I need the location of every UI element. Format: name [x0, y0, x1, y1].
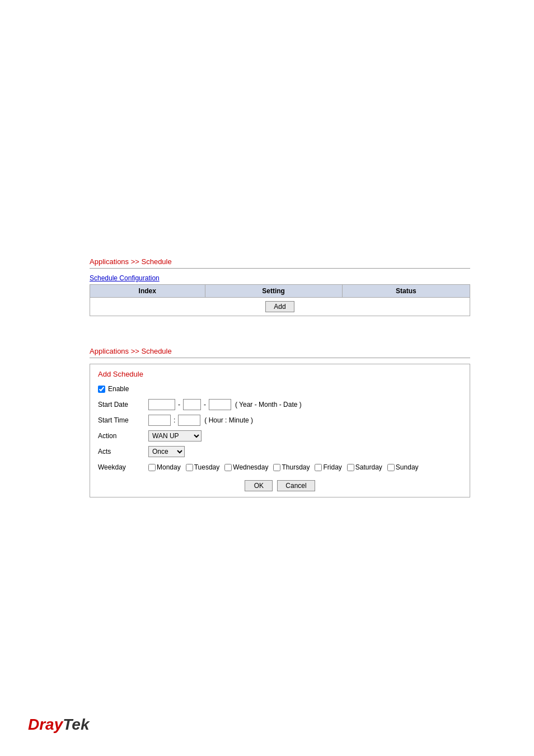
sunday-label: Sunday	[387, 463, 419, 471]
logo-text: DrayTek	[28, 716, 89, 733]
saturday-checkbox[interactable]	[347, 464, 354, 471]
saturday-text: Saturday	[355, 463, 382, 471]
start-date-hint: ( Year - Month - Date )	[235, 401, 302, 408]
wednesday-checkbox[interactable]	[224, 464, 232, 471]
start-time-row: Start Time : ( Hour : Minute )	[98, 414, 462, 426]
action-label: Action	[98, 432, 148, 440]
start-time-content: : ( Hour : Minute )	[148, 415, 253, 426]
start-date-label: Start Date	[98, 401, 148, 408]
acts-label: Acts	[98, 448, 148, 456]
saturday-label: Saturday	[347, 463, 382, 471]
form-buttons: OK Cancel	[98, 480, 462, 491]
date-sep2: -	[204, 401, 206, 408]
add-schedule-box: Add Schedule Enable Start Date - - ( Yea…	[90, 364, 470, 497]
wednesday-text: Wednesday	[233, 463, 268, 471]
ok-button[interactable]: OK	[245, 480, 273, 491]
date-sep1: -	[178, 401, 180, 408]
section1-sub-title: Schedule Configuration	[90, 274, 470, 282]
start-date-content: - - ( Year - Month - Date )	[148, 399, 302, 410]
start-time-hint: ( Hour : Minute )	[204, 416, 253, 424]
tuesday-text: Tuesday	[194, 463, 220, 471]
year-input[interactable]	[148, 399, 175, 410]
weekday-label: Weekday	[98, 463, 148, 471]
section1-title: Applications >> Schedule	[90, 257, 470, 266]
start-date-row: Start Date - - ( Year - Month - Date )	[98, 398, 462, 411]
section-add-schedule: Applications >> Schedule Add Schedule En…	[90, 347, 470, 497]
enable-row: Enable	[98, 383, 462, 395]
sunday-checkbox[interactable]	[387, 464, 395, 471]
monday-checkbox[interactable]	[148, 464, 156, 471]
cancel-button[interactable]: Cancel	[277, 480, 315, 491]
monday-label: Monday	[148, 463, 181, 471]
thursday-checkbox[interactable]	[273, 464, 280, 471]
month-input[interactable]	[183, 399, 201, 410]
wednesday-label: Wednesday	[224, 463, 268, 471]
thursday-text: Thursday	[282, 463, 310, 471]
friday-label: Friday	[315, 463, 341, 471]
col-status: Status	[342, 285, 470, 298]
acts-select[interactable]: Once Repeat	[148, 446, 185, 457]
thursday-label: Thursday	[273, 463, 310, 471]
hour-input[interactable]	[148, 415, 171, 426]
schedule-config-table: Index Setting Status Add	[90, 284, 470, 316]
action-content: WAN UP WAN DOWN	[148, 430, 202, 442]
draytek-logo: DrayTek	[28, 716, 89, 734]
action-select[interactable]: WAN UP WAN DOWN	[148, 430, 202, 442]
tuesday-checkbox[interactable]	[186, 464, 193, 471]
add-schedule-button[interactable]: Add	[265, 301, 294, 312]
friday-checkbox[interactable]	[315, 464, 322, 471]
section2-title: Applications >> Schedule	[90, 347, 470, 355]
action-row: Action WAN UP WAN DOWN	[98, 430, 462, 442]
section-schedule-config: Applications >> Schedule Schedule Config…	[90, 257, 470, 316]
weekday-content: Monday Tuesday Wednesday Thursday	[148, 463, 422, 471]
section2-divider	[90, 358, 470, 358]
tuesday-label: Tuesday	[186, 463, 220, 471]
start-time-label: Start Time	[98, 416, 148, 424]
acts-content: Once Repeat	[148, 446, 185, 457]
add-button-cell: Add	[90, 298, 470, 316]
minute-input[interactable]	[178, 415, 200, 426]
monday-text: Monday	[157, 463, 181, 471]
col-setting: Setting	[205, 285, 342, 298]
weekday-row: Weekday Monday Tuesday Wednesday	[98, 461, 462, 473]
logo-dray: Dray	[28, 716, 63, 733]
sunday-text: Sunday	[396, 463, 419, 471]
acts-row: Acts Once Repeat	[98, 445, 462, 458]
date-input[interactable]	[209, 399, 231, 410]
form-title: Add Schedule	[98, 370, 462, 378]
section1-divider	[90, 268, 470, 269]
time-sep: :	[174, 416, 175, 424]
friday-text: Friday	[323, 463, 341, 471]
enable-label: Enable	[108, 385, 129, 393]
enable-checkbox[interactable]	[98, 386, 105, 393]
logo-tek: Tek	[63, 716, 89, 733]
col-index: Index	[90, 285, 205, 298]
